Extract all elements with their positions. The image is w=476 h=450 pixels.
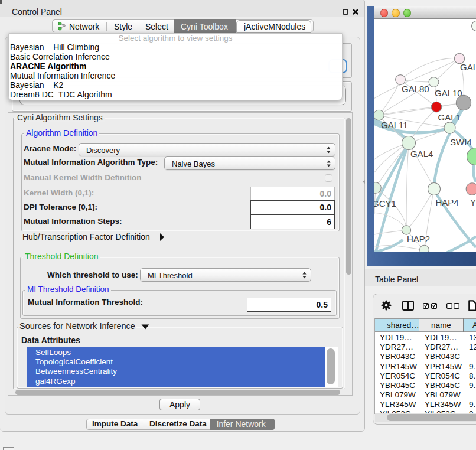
svg-text:HAP4: HAP4	[436, 197, 459, 207]
svg-text:SWI4: SWI4	[450, 137, 472, 147]
svg-text:GAL4: GAL4	[410, 149, 433, 159]
svg-text:GAL11: GAL11	[381, 120, 408, 130]
svg-text:GAL10: GAL10	[435, 88, 462, 98]
svg-text:GAL: GAL	[460, 62, 476, 72]
svg-text:HAP2: HAP2	[407, 234, 430, 244]
svg-text:GAL80: GAL80	[402, 84, 429, 94]
svg-text:GCY1: GCY1	[374, 198, 396, 208]
svg-text:Y: Y	[470, 197, 476, 207]
svg-text:GAL1: GAL1	[438, 112, 461, 122]
